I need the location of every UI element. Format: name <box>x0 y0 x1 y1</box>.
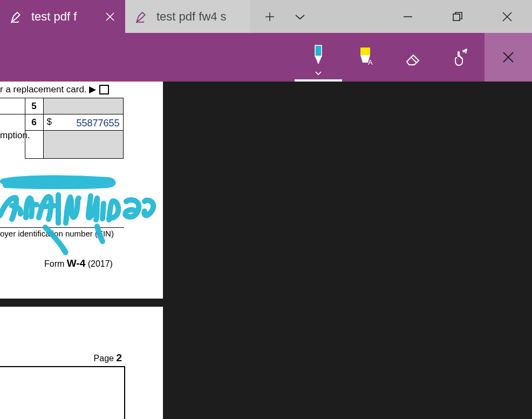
field-value: 55877655 <box>76 118 119 129</box>
pen-icon <box>135 9 150 24</box>
close-ink-toolbar-button[interactable] <box>485 33 532 82</box>
text: r a replacement card. ▶ <box>0 84 96 95</box>
page-number-label: Page 2 <box>94 352 122 364</box>
document-viewport[interactable]: r a replacement card. ▶ 5 6 $ 55877655 <box>0 82 532 419</box>
eraser-tool-button[interactable] <box>390 33 437 82</box>
form-table: 5 6 $ 55877655 <box>0 98 124 159</box>
form-field[interactable] <box>43 98 123 114</box>
form-name-label: Form W-4 (2017) <box>44 258 113 269</box>
pen-tool-button[interactable] <box>295 33 342 82</box>
svg-rect-8 <box>315 45 322 56</box>
window-controls <box>383 0 532 33</box>
row-number: 6 <box>25 114 43 131</box>
new-tab-button[interactable] <box>255 0 285 33</box>
ink-toolbar: A <box>0 33 532 82</box>
replacement-card-text: r a replacement card. ▶ <box>0 84 109 95</box>
form-field[interactable] <box>43 131 123 159</box>
checkbox[interactable] <box>99 85 109 94</box>
form-box <box>0 366 125 419</box>
minimize-button[interactable] <box>383 0 433 33</box>
tabs-area: test pdf f test pdf fw4 s <box>0 0 315 33</box>
pen-icon <box>10 9 25 24</box>
tab-actions <box>250 0 315 33</box>
dollar-sign: $ <box>47 117 52 127</box>
tab-label: test pdf fw4 s <box>156 10 244 24</box>
tab-inactive[interactable]: test pdf fw4 s <box>125 0 250 33</box>
chevron-down-icon <box>315 71 322 76</box>
row-number: 5 <box>25 98 43 114</box>
titlebar: test pdf f test pdf fw4 s <box>0 0 532 33</box>
pdf-page-1: r a replacement card. ▶ 5 6 $ 55877655 <box>0 82 163 299</box>
form-field-dollar[interactable]: $ 55877655 <box>43 114 123 131</box>
tab-list-button[interactable] <box>285 0 315 33</box>
tab-label: test pdf f <box>31 10 97 24</box>
tab-close-button[interactable] <box>101 8 119 25</box>
svg-marker-9 <box>315 56 322 64</box>
svg-rect-5 <box>453 14 460 21</box>
cell <box>0 98 25 114</box>
svg-text:A: A <box>368 58 373 66</box>
ein-label: oyer identification number (EIN) <box>0 227 124 238</box>
svg-rect-11 <box>360 48 370 55</box>
highlighter-tool-button[interactable]: A <box>342 33 390 82</box>
close-window-button[interactable] <box>482 0 532 33</box>
exemption-text: mption. <box>0 130 30 141</box>
tab-active[interactable]: test pdf f <box>0 0 125 33</box>
pdf-page-2: Page 2 <box>0 307 163 419</box>
cell <box>0 114 25 131</box>
touch-writing-button[interactable] <box>437 33 485 82</box>
maximize-button[interactable] <box>433 0 482 33</box>
